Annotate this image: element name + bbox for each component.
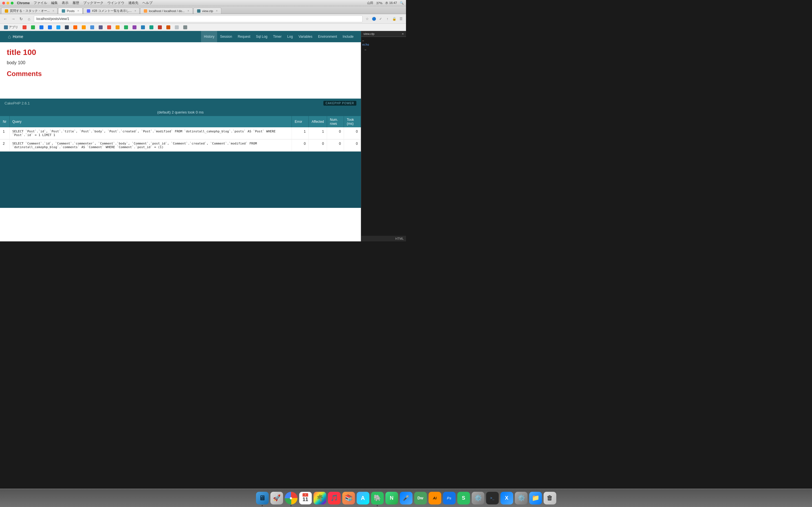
sql-row-1: 1 SELECT `Post`.`id`, `Post`.`title`, `P…	[0, 127, 361, 139]
bookmark-extra12-icon	[183, 25, 187, 29]
bookmark-more[interactable]	[71, 25, 79, 30]
sql-row-2-query: SELECT `Comment`.`id`, `Comment`.`commen…	[9, 139, 292, 152]
tab-label-localhost: localhost / localhost / do...	[149, 9, 185, 13]
bookmark-apps-label: アプリ	[9, 25, 18, 29]
bookmark-extra6-icon	[133, 25, 137, 29]
browser-body: ⌂ Home History Session Request Sql Log T…	[0, 31, 406, 241]
bookmark-apps[interactable]: アプリ	[2, 24, 20, 30]
menu-bookmarks[interactable]: ブックマーク	[83, 1, 103, 5]
bookmark-gmail[interactable]	[21, 25, 28, 30]
bookmark-more-icon	[73, 25, 77, 29]
menu-help[interactable]: ヘルプ	[142, 1, 153, 5]
bookmark-extra4[interactable]	[114, 25, 121, 30]
bookmark-extra11[interactable]	[173, 25, 181, 30]
page-title: title 100	[7, 48, 354, 57]
sql-row-1-query: SELECT `Post`.`id`, `Post`.`title`, `Pos…	[9, 127, 292, 139]
home-button[interactable]: ⌂	[26, 16, 32, 22]
extension-icon-5[interactable]: ☰	[398, 16, 404, 22]
bookmark-extra10[interactable]	[165, 25, 172, 30]
bookmark-tw[interactable]	[55, 25, 62, 30]
sql-row-2: 2 SELECT `Comment`.`id`, `Comment`.`comm…	[0, 139, 361, 152]
menu-view[interactable]: 表示	[62, 1, 68, 5]
right-panel-close-icon[interactable]: ×	[402, 32, 404, 36]
bookmark-extra6[interactable]	[131, 25, 138, 30]
tab-comments[interactable]: #28 コメント一覧を表示し... ×	[83, 8, 140, 14]
debug-nav-variables[interactable]: Variables	[296, 31, 315, 42]
bookmark-fb[interactable]	[46, 25, 54, 30]
debug-home-button[interactable]: ⌂ Home	[4, 31, 27, 42]
right-panel-content: … echo …	[361, 37, 406, 236]
bookmark-extra2[interactable]	[97, 25, 104, 30]
tab-label-posts: Posts	[67, 9, 75, 13]
html-mode-label: HTML	[361, 236, 406, 241]
tab-close-comments[interactable]: ×	[135, 9, 136, 12]
bookmark-extra3[interactable]	[105, 25, 113, 30]
tab-label-comments: #28 コメント一覧を表示し...	[92, 9, 132, 13]
tab-localhost[interactable]: localhost / localhost / do... ×	[140, 8, 193, 14]
menu-file[interactable]: ファイル	[34, 1, 47, 5]
menu-edit[interactable]: 編集	[51, 1, 58, 5]
col-error: Error	[292, 116, 309, 127]
clock: 水 16:47	[385, 1, 397, 5]
tab-viewctp[interactable]: view.ctp ×	[193, 8, 221, 14]
debug-nav-timer[interactable]: Timer	[270, 31, 285, 42]
address-input[interactable]	[34, 15, 363, 22]
sql-row-2-num-rows: 0	[327, 139, 344, 152]
close-window-button[interactable]	[2, 2, 5, 4]
tab-icon-stackoverflow	[5, 9, 8, 13]
forward-button[interactable]: →	[10, 16, 16, 22]
col-affected: Affected	[309, 116, 327, 127]
user-name: 山田	[367, 1, 373, 5]
debug-nav-history[interactable]: History	[201, 31, 217, 42]
bookmark-extra7[interactable]	[139, 25, 147, 30]
bookmark-extra12[interactable]	[182, 25, 189, 30]
bookmark-extra7-icon	[141, 25, 145, 29]
minimize-window-button[interactable]	[6, 2, 9, 4]
bookmark-extra9[interactable]	[156, 25, 163, 30]
tab-bar: 質問する・スタック・オー... × Posts × #28 コメント一覧を表示し…	[0, 6, 406, 14]
extension-icon-1[interactable]: 🔵	[371, 16, 377, 22]
col-num-rows: Num.rows	[327, 116, 344, 127]
tab-icon-posts	[62, 9, 65, 13]
debug-nav-request[interactable]: Request	[235, 31, 253, 42]
debug-nav-sqllog[interactable]: Sql Log	[253, 31, 270, 42]
extension-icon-2[interactable]: ✓	[378, 16, 384, 22]
bookmark-extra5[interactable]	[122, 25, 130, 30]
tab-close-posts[interactable]: ×	[78, 9, 79, 12]
bookmark-feedly[interactable]	[29, 25, 37, 30]
debug-nav-include[interactable]: Include	[340, 31, 356, 42]
bookmark-gmail-icon	[22, 25, 27, 29]
sql-row-1-affected: 1	[309, 127, 327, 139]
debug-nav-log[interactable]: Log	[285, 31, 296, 42]
extension-icon-3[interactable]: ↑	[385, 16, 390, 22]
bookmark-extra1[interactable]	[89, 25, 96, 30]
bookmark-extra8[interactable]	[148, 25, 155, 30]
bookmark-apps-icon	[4, 25, 8, 29]
col-nr: Nr	[0, 116, 9, 127]
cakephp-logo: CAKEPHP POWER	[323, 101, 356, 106]
menu-contacts[interactable]: 連絡先	[128, 1, 139, 5]
tab-posts[interactable]: Posts ×	[58, 8, 83, 14]
extension-icon-4[interactable]: 🔒	[391, 16, 397, 22]
debug-nav-environment[interactable]: Environment	[315, 31, 340, 42]
menu-history[interactable]: 履歴	[72, 1, 79, 5]
bookmark-amazon[interactable]	[80, 25, 87, 30]
code-preview: … echo …	[362, 38, 405, 52]
right-panel-tab: view.ctp ×	[361, 31, 406, 37]
bookmark-star-icon[interactable]: ☆	[364, 16, 370, 22]
tab-close-viewctp[interactable]: ×	[216, 9, 218, 12]
tab-close-localhost[interactable]: ×	[188, 9, 189, 12]
col-took: Took(ms)	[344, 116, 361, 127]
fullscreen-window-button[interactable]	[11, 2, 13, 4]
bookmark-10[interactable]	[38, 25, 45, 30]
menu-window[interactable]: ウインドウ	[107, 1, 124, 5]
back-button[interactable]: ←	[2, 16, 8, 22]
cakephp-version: CakePHP 2.6.1	[4, 101, 30, 105]
bookmark-tumblr[interactable]	[63, 25, 70, 30]
tab-stackoverflow[interactable]: 質問する・スタック・オー... ×	[1, 8, 57, 14]
search-icon[interactable]: 🔍	[400, 1, 404, 5]
tab-close-stackoverflow[interactable]: ×	[52, 9, 54, 12]
reload-button[interactable]: ↻	[18, 16, 24, 22]
debug-nav-session[interactable]: Session	[217, 31, 235, 42]
bookmarks-bar: アプリ	[0, 24, 406, 31]
